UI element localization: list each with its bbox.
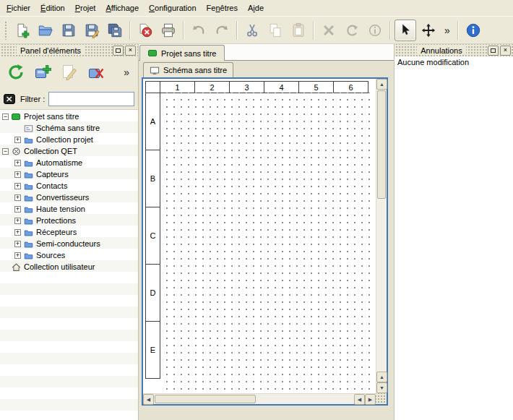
menu-fichier[interactable]: Fichier (1, 0, 35, 16)
menu-aide[interactable]: Aide (243, 0, 269, 16)
close-panel-button[interactable]: × (125, 46, 136, 56)
panel-more-chevron[interactable]: » (120, 67, 133, 78)
tree-item-semi-conducteurs[interactable]: +Semi-conducteurs (0, 238, 138, 249)
expander-plus-icon[interactable]: + (14, 229, 21, 236)
close-file-button[interactable] (134, 20, 156, 41)
open-project-button[interactable] (35, 20, 56, 41)
home-icon (12, 262, 21, 272)
main-area: Panel d'éléments × » Filtrer : −Projet s… (0, 44, 513, 420)
filter-input[interactable] (48, 92, 134, 106)
tab-schema-sans-titre[interactable]: Schéma sans titre (143, 62, 233, 77)
menu-fenetres[interactable]: Fenêtres (202, 0, 243, 16)
tab-projet-sans-titre[interactable]: Projet sans titre (139, 45, 225, 61)
tree-item-automatisme[interactable]: +Automatisme (0, 157, 138, 168)
paste-button[interactable] (288, 20, 309, 41)
tree-item-convertisseurs[interactable]: +Convertisseurs (0, 192, 138, 203)
new-document-button[interactable] (12, 20, 33, 41)
undo-button[interactable] (188, 20, 210, 41)
redo-button[interactable] (211, 20, 233, 41)
save-all-button[interactable] (104, 20, 126, 41)
horizontal-scrollbar[interactable]: ◀ ◀ ▶ (143, 393, 376, 404)
save-icon (61, 22, 77, 38)
print-button[interactable] (158, 20, 179, 41)
reload-collections-button[interactable] (5, 61, 27, 83)
scroll-up-button[interactable]: ▲ (376, 79, 387, 90)
delete-button[interactable] (318, 20, 340, 41)
tree-item-schema[interactable]: Schéma sans titre (0, 122, 138, 134)
column-header: 5 (298, 81, 334, 93)
expander-minus-icon[interactable]: − (2, 113, 9, 120)
filter-label: Filtrer : (20, 95, 45, 103)
new-element-button[interactable] (32, 61, 53, 83)
close-panel-button[interactable]: × (500, 46, 511, 56)
select-mode-button[interactable] (395, 20, 416, 41)
save-button[interactable] (58, 20, 79, 41)
undo-panel-titlebar[interactable]: Annulations × (395, 44, 513, 56)
project-icon (148, 50, 157, 56)
vertical-scroll-track[interactable] (376, 200, 387, 372)
menu-configuration[interactable]: Configuration (144, 0, 201, 16)
project-workspace: Projet sans titre Schéma sans titre 1 2 … (139, 44, 394, 420)
save-as-button[interactable] (81, 20, 103, 41)
right-arrow-icon: ▶ (368, 397, 372, 403)
menu-affichage[interactable]: Affichage (100, 0, 144, 16)
tree-item-project[interactable]: −Projet sans titre (0, 111, 138, 122)
tree-item-collection-qet[interactable]: −Collection QET (0, 145, 138, 157)
float-button[interactable] (113, 46, 124, 56)
tree-item-contacts[interactable]: +Contacts (0, 180, 138, 192)
horizontal-scroll-track[interactable] (256, 394, 354, 404)
tree-item-collection-utilisateur[interactable]: Collection utilisateur (0, 261, 138, 273)
folder-icon (24, 135, 33, 145)
schema-icon (24, 124, 33, 133)
scroll-up-button[interactable]: ▲ (376, 372, 387, 382)
delete-element-button[interactable] (85, 61, 107, 83)
expander-plus-icon[interactable]: + (14, 171, 21, 178)
up-arrow-icon: ▲ (379, 82, 384, 87)
toolbar-grip[interactable] (4, 21, 8, 40)
resize-grip[interactable] (376, 393, 387, 404)
expander-plus-icon[interactable]: + (14, 160, 21, 166)
close-icon: × (129, 47, 132, 53)
scroll-left-button[interactable]: ◀ (143, 394, 154, 405)
more-tools-chevron[interactable]: » (441, 25, 454, 36)
float-button[interactable] (488, 46, 499, 56)
row-header: B (145, 150, 160, 207)
expander-plus-icon[interactable]: + (14, 137, 21, 143)
element-information-icon (367, 22, 383, 38)
folder-icon (24, 239, 33, 249)
undo-list-item[interactable]: Aucune modification (395, 56, 513, 68)
vertical-scrollbar[interactable]: ▲ ▲ ▼ (376, 79, 387, 393)
clear-filter-icon[interactable] (4, 93, 17, 106)
scroll-down-button[interactable]: ▼ (376, 382, 387, 393)
tree-item-capteurs[interactable]: +Capteurs (0, 168, 138, 180)
scroll-right-button[interactable]: ▶ (365, 394, 376, 405)
schema-canvas[interactable]: 1 2 3 4 5 6 A B C D E (143, 79, 376, 393)
elements-panel-titlebar[interactable]: Panel d'éléments × (0, 44, 138, 56)
tree-item-collection-projet[interactable]: +Collection projet (0, 134, 138, 145)
tree-item-protections[interactable]: +Protections (0, 215, 138, 226)
menu-projet[interactable]: Projet (70, 0, 101, 16)
expander-plus-icon[interactable]: + (14, 183, 21, 189)
row-header: C (145, 207, 160, 265)
menu-edition[interactable]: Édition (35, 0, 70, 16)
copy-button[interactable] (264, 20, 286, 41)
tree-item-sources[interactable]: +Sources (0, 249, 138, 261)
rotate-button[interactable] (341, 20, 363, 41)
about-qet-button[interactable] (462, 20, 484, 41)
expander-plus-icon[interactable]: + (14, 206, 21, 213)
expander-plus-icon[interactable]: + (14, 241, 21, 247)
edit-element-button[interactable] (59, 61, 80, 83)
cut-button[interactable] (241, 20, 263, 41)
expander-plus-icon[interactable]: + (14, 218, 21, 224)
vertical-scroll-thumb[interactable] (377, 90, 386, 199)
scroll-left-button[interactable]: ◀ (354, 394, 365, 405)
expander-minus-icon[interactable]: − (2, 148, 9, 155)
expander-plus-icon[interactable]: + (14, 194, 21, 201)
expander-plus-icon[interactable]: + (14, 252, 21, 259)
tree-item-recepteurs[interactable]: +Récepteurs (0, 226, 138, 238)
tree-item-haute-tension[interactable]: +Haute tension (0, 203, 138, 215)
element-information-button[interactable] (364, 20, 386, 41)
scroll-mode-button[interactable] (418, 20, 439, 41)
main-toolbar: » (0, 16, 513, 44)
horizontal-scroll-thumb[interactable] (155, 395, 256, 403)
